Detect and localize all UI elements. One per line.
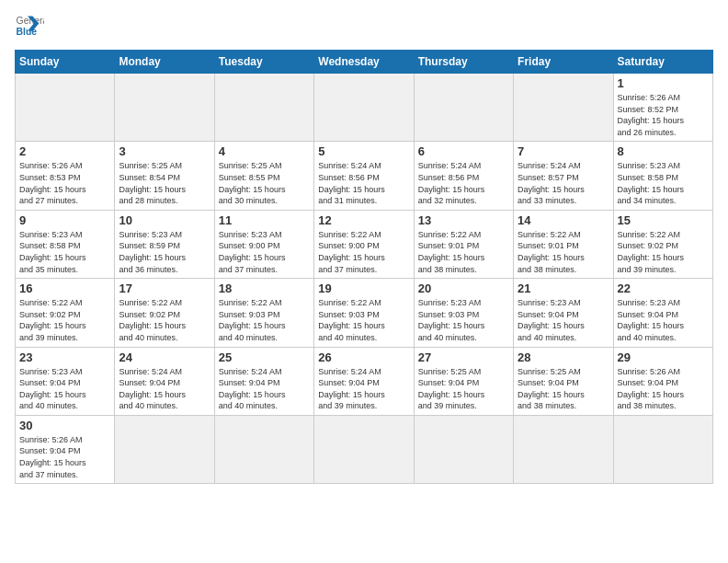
calendar-cell: 17Sunrise: 5:22 AM Sunset: 9:02 PM Dayli… <box>115 279 214 347</box>
calendar-cell: 12Sunrise: 5:22 AM Sunset: 9:00 PM Dayli… <box>314 210 414 278</box>
day-number: 8 <box>618 144 709 158</box>
day-number: 24 <box>119 350 210 364</box>
day-info: Sunrise: 5:22 AM Sunset: 9:02 PM Dayligh… <box>618 229 709 275</box>
day-number: 30 <box>19 419 110 432</box>
calendar-page: General Blue SundayMondayTuesdayWednesda… <box>0 0 728 491</box>
weekday-header-row: SundayMondayTuesdayWednesdayThursdayFrid… <box>16 51 713 74</box>
calendar-cell: 6Sunrise: 5:24 AM Sunset: 8:56 PM Daylig… <box>414 142 513 210</box>
day-info: Sunrise: 5:24 AM Sunset: 8:56 PM Dayligh… <box>318 160 409 206</box>
day-info: Sunrise: 5:24 AM Sunset: 8:57 PM Dayligh… <box>518 160 609 206</box>
calendar-table: SundayMondayTuesdayWednesdayThursdayFrid… <box>15 50 713 484</box>
day-number: 19 <box>318 282 409 295</box>
day-number: 16 <box>19 282 110 295</box>
weekday-thursday: Thursday <box>414 51 513 74</box>
day-number: 25 <box>219 350 310 364</box>
calendar-cell: 10Sunrise: 5:23 AM Sunset: 8:59 PM Dayli… <box>115 210 214 278</box>
week-row-3: 9Sunrise: 5:23 AM Sunset: 8:58 PM Daylig… <box>16 210 713 278</box>
day-info: Sunrise: 5:25 AM Sunset: 8:54 PM Dayligh… <box>119 160 210 206</box>
generalblue-logo-icon: General Blue <box>15 11 44 40</box>
day-info: Sunrise: 5:23 AM Sunset: 9:03 PM Dayligh… <box>418 297 509 343</box>
calendar-cell: 20Sunrise: 5:23 AM Sunset: 9:03 PM Dayli… <box>414 279 513 347</box>
day-number: 7 <box>518 144 609 158</box>
calendar-cell: 3Sunrise: 5:25 AM Sunset: 8:54 PM Daylig… <box>115 142 214 210</box>
day-number: 5 <box>318 144 409 158</box>
calendar-cell <box>115 415 214 483</box>
day-number: 3 <box>119 144 210 158</box>
calendar-cell: 24Sunrise: 5:24 AM Sunset: 9:04 PM Dayli… <box>115 347 214 415</box>
day-number: 11 <box>219 213 310 227</box>
weekday-sunday: Sunday <box>16 51 115 74</box>
week-row-5: 23Sunrise: 5:23 AM Sunset: 9:04 PM Dayli… <box>16 347 713 415</box>
day-info: Sunrise: 5:24 AM Sunset: 9:04 PM Dayligh… <box>318 366 409 412</box>
weekday-monday: Monday <box>115 51 214 74</box>
calendar-cell: 21Sunrise: 5:23 AM Sunset: 9:04 PM Dayli… <box>514 279 613 347</box>
calendar-cell: 22Sunrise: 5:23 AM Sunset: 9:04 PM Dayli… <box>613 279 712 347</box>
calendar-cell: 11Sunrise: 5:23 AM Sunset: 9:00 PM Dayli… <box>214 210 313 278</box>
day-info: Sunrise: 5:23 AM Sunset: 8:58 PM Dayligh… <box>618 160 709 206</box>
calendar-cell: 4Sunrise: 5:25 AM Sunset: 8:55 PM Daylig… <box>214 142 313 210</box>
calendar-cell <box>514 74 613 142</box>
weekday-tuesday: Tuesday <box>214 51 313 74</box>
day-info: Sunrise: 5:23 AM Sunset: 9:04 PM Dayligh… <box>19 366 110 412</box>
day-info: Sunrise: 5:22 AM Sunset: 9:02 PM Dayligh… <box>119 297 210 343</box>
calendar-cell: 2Sunrise: 5:26 AM Sunset: 8:53 PM Daylig… <box>16 142 115 210</box>
calendar-cell: 19Sunrise: 5:22 AM Sunset: 9:03 PM Dayli… <box>314 279 414 347</box>
week-row-4: 16Sunrise: 5:22 AM Sunset: 9:02 PM Dayli… <box>16 279 713 347</box>
day-number: 9 <box>19 213 110 227</box>
day-number: 14 <box>518 213 609 227</box>
day-info: Sunrise: 5:23 AM Sunset: 9:04 PM Dayligh… <box>518 297 609 343</box>
day-number: 12 <box>318 213 409 227</box>
header: General Blue <box>15 11 713 40</box>
day-info: Sunrise: 5:22 AM Sunset: 9:01 PM Dayligh… <box>518 229 609 275</box>
calendar-cell <box>214 415 313 483</box>
day-info: Sunrise: 5:24 AM Sunset: 9:04 PM Dayligh… <box>219 366 310 412</box>
calendar-cell <box>314 415 414 483</box>
day-info: Sunrise: 5:24 AM Sunset: 8:56 PM Dayligh… <box>418 160 509 206</box>
day-number: 29 <box>618 350 709 364</box>
week-row-6: 30Sunrise: 5:26 AM Sunset: 9:04 PM Dayli… <box>16 415 713 483</box>
day-info: Sunrise: 5:26 AM Sunset: 8:52 PM Dayligh… <box>618 92 709 138</box>
calendar-cell: 27Sunrise: 5:25 AM Sunset: 9:04 PM Dayli… <box>414 347 513 415</box>
calendar-cell: 1Sunrise: 5:26 AM Sunset: 8:52 PM Daylig… <box>613 74 712 142</box>
calendar-cell: 8Sunrise: 5:23 AM Sunset: 8:58 PM Daylig… <box>613 142 712 210</box>
calendar-cell <box>115 74 214 142</box>
calendar-cell <box>16 74 115 142</box>
day-number: 10 <box>119 213 210 227</box>
calendar-cell: 9Sunrise: 5:23 AM Sunset: 8:58 PM Daylig… <box>16 210 115 278</box>
calendar-cell: 15Sunrise: 5:22 AM Sunset: 9:02 PM Dayli… <box>613 210 712 278</box>
day-number: 27 <box>418 350 509 364</box>
weekday-saturday: Saturday <box>613 51 712 74</box>
calendar-cell: 23Sunrise: 5:23 AM Sunset: 9:04 PM Dayli… <box>16 347 115 415</box>
calendar-cell <box>314 74 414 142</box>
day-number: 13 <box>418 213 509 227</box>
day-info: Sunrise: 5:22 AM Sunset: 9:03 PM Dayligh… <box>318 297 409 343</box>
weekday-friday: Friday <box>514 51 613 74</box>
calendar-cell: 5Sunrise: 5:24 AM Sunset: 8:56 PM Daylig… <box>314 142 414 210</box>
day-info: Sunrise: 5:25 AM Sunset: 8:55 PM Dayligh… <box>219 160 310 206</box>
day-number: 21 <box>518 282 609 295</box>
calendar-cell: 7Sunrise: 5:24 AM Sunset: 8:57 PM Daylig… <box>514 142 613 210</box>
day-info: Sunrise: 5:26 AM Sunset: 9:04 PM Dayligh… <box>618 366 709 412</box>
calendar-cell: 13Sunrise: 5:22 AM Sunset: 9:01 PM Dayli… <box>414 210 513 278</box>
calendar-cell: 29Sunrise: 5:26 AM Sunset: 9:04 PM Dayli… <box>613 347 712 415</box>
calendar-cell: 26Sunrise: 5:24 AM Sunset: 9:04 PM Dayli… <box>314 347 414 415</box>
day-info: Sunrise: 5:22 AM Sunset: 9:00 PM Dayligh… <box>318 229 409 275</box>
day-number: 20 <box>418 282 509 295</box>
calendar-cell: 30Sunrise: 5:26 AM Sunset: 9:04 PM Dayli… <box>16 415 115 483</box>
day-number: 28 <box>518 350 609 364</box>
week-row-1: 1Sunrise: 5:26 AM Sunset: 8:52 PM Daylig… <box>16 74 713 142</box>
calendar-cell <box>414 74 513 142</box>
day-number: 22 <box>618 282 709 295</box>
day-info: Sunrise: 5:23 AM Sunset: 9:00 PM Dayligh… <box>219 229 310 275</box>
day-info: Sunrise: 5:23 AM Sunset: 9:04 PM Dayligh… <box>618 297 709 343</box>
calendar-cell: 14Sunrise: 5:22 AM Sunset: 9:01 PM Dayli… <box>514 210 613 278</box>
day-number: 6 <box>418 144 509 158</box>
day-number: 1 <box>618 76 709 90</box>
calendar-cell: 28Sunrise: 5:25 AM Sunset: 9:04 PM Dayli… <box>514 347 613 415</box>
day-info: Sunrise: 5:25 AM Sunset: 9:04 PM Dayligh… <box>518 366 609 412</box>
day-info: Sunrise: 5:25 AM Sunset: 9:04 PM Dayligh… <box>418 366 509 412</box>
day-info: Sunrise: 5:26 AM Sunset: 9:04 PM Dayligh… <box>19 434 110 480</box>
calendar-cell <box>214 74 313 142</box>
calendar-cell: 18Sunrise: 5:22 AM Sunset: 9:03 PM Dayli… <box>214 279 313 347</box>
calendar-cell <box>414 415 513 483</box>
